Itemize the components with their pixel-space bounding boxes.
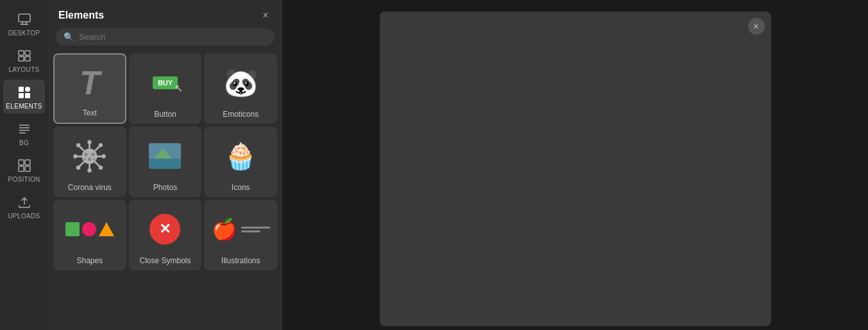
svg-rect-4 <box>19 51 24 55</box>
search-icon: 🔍 <box>64 32 74 42</box>
element-card-icons[interactable]: 🧁 Icons <box>204 126 277 197</box>
layouts-icon <box>17 48 32 64</box>
element-card-label: Photos <box>153 183 177 192</box>
triangle-shape <box>99 222 114 236</box>
svg-point-28 <box>102 154 106 158</box>
desktop-icon <box>17 12 32 27</box>
elements-panel: Elements × 🔍 T Text BUY ↖ Button <box>48 0 282 330</box>
element-card-corona-virus[interactable]: Corona virus <box>53 126 126 197</box>
element-card-label: Close Symbols <box>139 256 191 265</box>
svg-rect-0 <box>19 14 30 22</box>
svg-rect-11 <box>25 93 30 98</box>
element-card-label: Emoticons <box>223 110 259 119</box>
element-card-label: Icons <box>232 183 250 192</box>
sidebar-item-label: POSITION <box>8 176 40 183</box>
square-shape <box>65 222 80 236</box>
sidebar-item-layouts[interactable]: LAYOUTS <box>3 43 45 77</box>
illustrations-card-icon: 🍎 <box>207 205 275 254</box>
canvas-area: × <box>282 0 868 330</box>
element-card-emoticons[interactable]: 🐼 Emoticons <box>204 53 277 124</box>
elements-icon <box>17 85 32 100</box>
uploads-icon <box>17 195 32 210</box>
position-icon <box>17 158 32 173</box>
svg-rect-18 <box>25 160 30 165</box>
emoticons-card-icon: 🐼 <box>207 58 275 107</box>
sidebar-item-label: LAYOUTS <box>8 66 39 73</box>
text-card-icon: T <box>57 60 123 106</box>
svg-rect-8 <box>19 87 24 92</box>
element-card-label: Corona virus <box>68 183 112 192</box>
svg-point-9 <box>25 87 30 92</box>
modal-close-button[interactable]: × <box>748 18 765 35</box>
svg-rect-6 <box>19 56 24 61</box>
svg-point-30 <box>76 143 80 146</box>
sidebar-item-position[interactable]: POSITION <box>3 153 45 187</box>
element-card-photos[interactable]: Photos <box>129 126 202 197</box>
circle-shape <box>82 222 96 236</box>
svg-point-38 <box>92 153 96 157</box>
svg-point-24 <box>88 168 92 172</box>
element-card-label: Button <box>154 110 176 119</box>
button-card-icon: BUY ↖ <box>132 58 200 107</box>
element-card-label: Text <box>83 109 97 117</box>
svg-point-40 <box>84 158 87 161</box>
svg-point-26 <box>74 154 78 158</box>
shapes-card-icon <box>56 205 124 254</box>
sidebar-item-desktop[interactable]: DESKTOP <box>3 6 45 40</box>
panel-title: Elements <box>58 10 104 21</box>
element-card-close-symbols[interactable]: ✕ Close Symbols <box>129 200 202 270</box>
svg-point-39 <box>88 157 92 161</box>
sidebar-item-label: BG <box>19 139 29 146</box>
element-card-text[interactable]: T Text <box>53 53 126 124</box>
svg-point-37 <box>85 153 89 157</box>
svg-rect-17 <box>19 166 24 171</box>
element-card-button[interactable]: BUY ↖ Button <box>129 53 202 124</box>
element-card-shapes[interactable]: Shapes <box>53 200 126 270</box>
sidebar-item-elements[interactable]: ELEMENTS <box>3 80 45 114</box>
icons-card-icon: 🧁 <box>207 132 275 180</box>
sidebar-item-uploads[interactable]: UPLOADS <box>3 189 45 223</box>
modal-box: × <box>380 12 771 326</box>
svg-rect-16 <box>19 160 24 165</box>
svg-point-36 <box>99 165 103 169</box>
element-card-label: Shapes <box>76 256 103 265</box>
sidebar-item-label: DESKTOP <box>8 30 40 37</box>
cursor-icon: ↖ <box>174 82 183 94</box>
panel-close-button[interactable]: × <box>259 9 272 22</box>
sidebar-item-label: ELEMENTS <box>6 103 42 110</box>
svg-rect-10 <box>19 93 24 98</box>
svg-point-34 <box>76 165 80 169</box>
photos-card-icon <box>132 132 200 180</box>
elements-grid: T Text BUY ↖ Button 🐼 Emoticons <box>48 53 282 270</box>
element-card-label: Illustrations <box>221 256 260 265</box>
search-bar: 🔍 <box>56 28 275 46</box>
sidebar-item-label: UPLOADS <box>8 213 40 220</box>
svg-point-32 <box>99 143 103 146</box>
svg-line-31 <box>96 146 99 150</box>
sidebar: DESKTOP LAYOUTS ELEMENTS <box>0 0 48 330</box>
element-card-illustrations[interactable]: 🍎 Illustrations <box>204 200 277 270</box>
svg-line-33 <box>80 162 83 166</box>
svg-rect-7 <box>25 56 30 61</box>
bg-icon <box>17 121 32 137</box>
svg-rect-19 <box>25 166 30 171</box>
close-symbols-card-icon: ✕ <box>132 205 200 254</box>
svg-rect-5 <box>25 51 30 55</box>
svg-line-35 <box>96 162 99 166</box>
search-input[interactable] <box>79 32 267 42</box>
svg-point-22 <box>88 140 92 144</box>
panel-header: Elements × <box>48 0 282 28</box>
svg-line-29 <box>80 146 83 150</box>
sidebar-item-bg[interactable]: BG <box>3 116 45 150</box>
corona-virus-card-icon <box>56 132 124 180</box>
svg-point-41 <box>93 158 96 161</box>
